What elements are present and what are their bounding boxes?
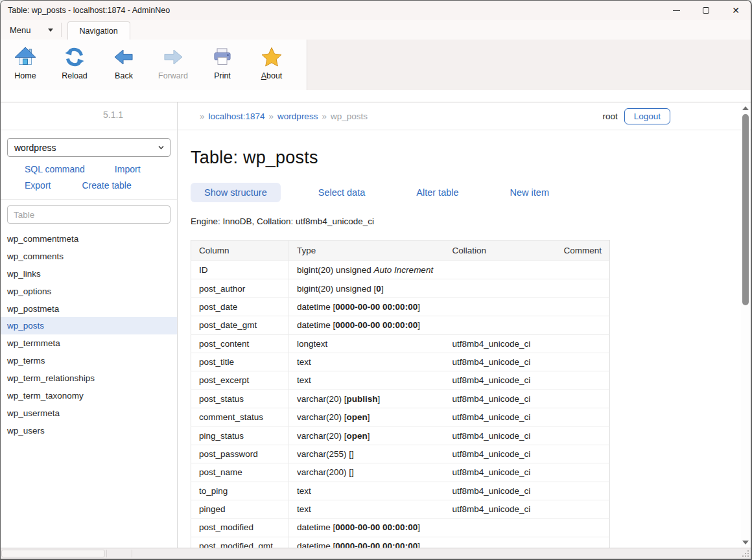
sql-command-link[interactable]: SQL command [25,164,85,174]
table-row: post_statusvarchar(20) [publish]utf8mb4_… [191,390,610,408]
logout-button[interactable]: Logout [624,108,670,124]
home-icon [13,45,38,69]
page-title: Table: wp_posts [191,148,751,168]
tab-alter-table[interactable]: Alter table [403,183,472,202]
forward-button[interactable]: Forward [148,45,198,80]
sidebar-item-wp_options[interactable]: wp_options [1,283,177,300]
cell-column-name: to_ping [191,482,289,500]
minimize-button[interactable] [661,1,691,20]
sidebar-item-wp_termmeta[interactable]: wp_termmeta [1,334,177,352]
toolbar-button-label: Forward [158,71,188,80]
scroll-down-button[interactable] [742,539,749,546]
cell-collation [445,279,539,298]
table-row: post_authorbigint(20) unsigned [0] [191,279,610,298]
cell-column-name: post_content [191,334,289,353]
cell-collation [445,316,539,334]
cell-type: text [289,482,445,500]
table-row: comment_statusvarchar(20) [open]utf8mb4_… [191,408,610,426]
export-link[interactable]: Export [25,180,51,191]
menu-label: Menu [10,25,31,35]
engine-collation-line: Engine: InnoDB, Collation: utf8mb4_unico… [191,216,751,226]
tab-navigation[interactable]: Navigation [67,21,130,40]
hscrollbar-thumb[interactable] [1,550,105,557]
cell-column-name: post_excerpt [191,371,289,390]
username-label: root [602,111,617,121]
about-button[interactable]: About [247,45,296,80]
menu-dropdown[interactable]: Menu [1,20,61,40]
sidebar-item-wp_links[interactable]: wp_links [1,265,177,283]
cell-column-name: post_title [191,353,289,371]
reload-icon [62,45,87,69]
scrollbar-thumb[interactable] [742,114,749,305]
close-icon: ✕ [732,6,740,15]
table-row: post_titletext utf8mb4_unicode_ci [191,353,610,371]
sidebar-item-wp_users[interactable]: wp_users [1,422,177,439]
cell-comment [538,316,609,334]
column-header-type: Type [289,240,445,261]
database-select[interactable]: wordpress [7,138,170,157]
breadcrumb-separator: » [322,111,327,121]
toolbar-button-label: About [261,71,283,80]
cell-type: varchar(20) [publish] [289,390,445,408]
tab-select-data[interactable]: Select data [305,183,379,202]
resize-grip-icon[interactable] [742,550,749,557]
table-row: post_namevarchar(200) []utf8mb4_unicode_… [191,463,610,482]
sidebar-item-wp_comments[interactable]: wp_comments [1,248,177,265]
table-row: post_excerpttext utf8mb4_unicode_ci [191,371,610,390]
page-content: Table: wp_posts Show structureSelect dat… [178,130,751,550]
print-button[interactable]: Print [198,45,247,80]
breadcrumb: »localhost:1874»wordpress»wp_posts [200,111,368,121]
toolbar-button-label: Home [14,71,36,80]
chevron-down-icon [158,145,164,150]
cell-column-name: comment_status [191,408,289,426]
column-header-column: Column [191,240,289,261]
version-row: 5.1.1 [1,102,177,130]
breadcrumb-localhost-1874[interactable]: localhost:1874 [209,111,265,121]
session-controls: root Logout [602,108,727,124]
cell-column-name: post_name [191,463,289,482]
tab-show-structure[interactable]: Show structure [191,183,281,202]
toolbar-button-label: Reload [62,71,88,80]
reload-button[interactable]: Reload [50,45,99,80]
breadcrumb-wp-posts: wp_posts [331,111,368,121]
cell-column-name: pinged [191,500,289,518]
table-filter-area [1,200,177,228]
cell-type: bigint(20) unsigned Auto Increment [289,261,445,279]
tab-new-item[interactable]: New item [497,183,563,202]
sidebar-item-wp_usermeta[interactable]: wp_usermeta [1,404,177,422]
table-row: post_passwordvarchar(255) []utf8mb4_unic… [191,445,610,463]
table-filter-input[interactable] [7,205,170,224]
cell-collation: utf8mb4_unicode_ci [445,463,539,482]
menu-bar: Menu Navigation [1,20,751,40]
sidebar-item-wp_postmeta[interactable]: wp_postmeta [1,300,177,318]
back-icon [112,45,136,69]
sidebar-item-wp_term_relationships[interactable]: wp_term_relationships [1,369,177,387]
structure-table: ColumnTypeCollationComment IDbigint(20) … [191,240,610,550]
cell-collation: utf8mb4_unicode_ci [445,482,539,500]
cell-comment [538,500,609,518]
sidebar-item-wp_commentmeta[interactable]: wp_commentmeta [1,230,177,248]
create-table-link[interactable]: Create table [82,180,131,191]
table-row: pingedtext utf8mb4_unicode_ci [191,500,610,518]
cell-column-name: post_modified [191,519,289,537]
cell-type: datetime [0000-00-00 00:00:00] [289,519,445,537]
sidebar-item-wp_term_taxonomy[interactable]: wp_term_taxonomy [1,387,177,404]
scroll-up-button[interactable] [742,104,749,112]
cell-type: datetime [0000-00-00 00:00:00] [289,316,445,334]
home-button[interactable]: Home [1,45,50,80]
import-link[interactable]: Import [115,164,141,174]
column-header-comment: Comment [538,240,609,261]
sidebar-item-wp_terms[interactable]: wp_terms [1,352,177,369]
close-button[interactable]: ✕ [721,1,751,20]
window-controls: ✕ [661,1,751,20]
maximize-button[interactable] [691,1,721,20]
cell-collation [445,261,539,279]
nav-tab-label: Navigation [80,27,118,36]
back-button[interactable]: Back [99,45,148,80]
breadcrumb-wordpress[interactable]: wordpress [277,111,318,121]
cell-collation: utf8mb4_unicode_ci [445,334,539,353]
tab-strip: Show structureSelect dataAlter tableNew … [191,183,751,202]
sidebar-item-wp_posts[interactable]: wp_posts [1,317,177,334]
cell-collation: utf8mb4_unicode_ci [445,390,539,408]
cell-type: text [289,500,445,518]
